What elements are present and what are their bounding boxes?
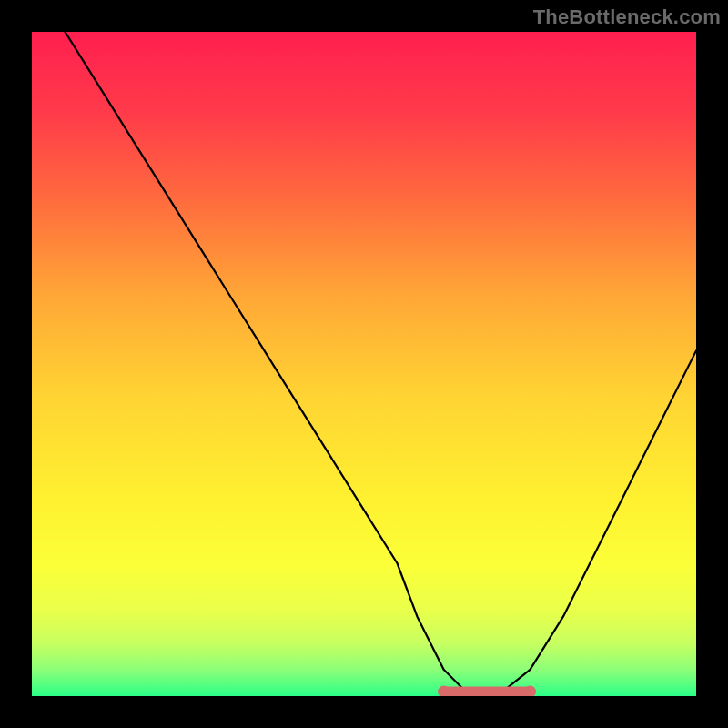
- plot-area: [32, 32, 696, 696]
- curve-layer: [32, 32, 696, 696]
- watermark-text: TheBottleneck.com: [533, 5, 721, 29]
- chart-frame: TheBottleneck.com: [0, 0, 728, 728]
- bottleneck-curve: [66, 32, 697, 696]
